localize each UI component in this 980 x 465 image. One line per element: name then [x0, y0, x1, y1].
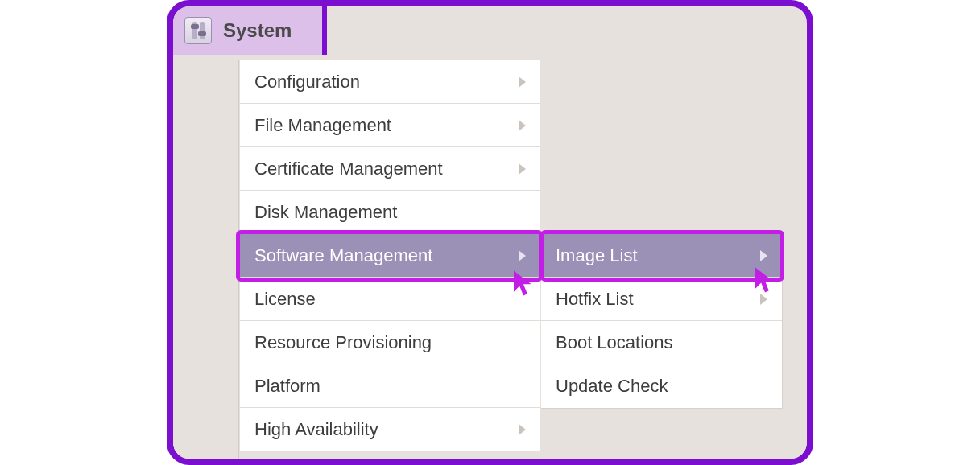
content-zone: Configuration File Management Certificat… — [173, 55, 807, 459]
submenu-item-label: Hotfix List — [556, 289, 634, 310]
submenu-item-image-list[interactable]: Image List — [541, 234, 782, 278]
software-management-submenu: Image List Hotfix List Boot Locations Up… — [541, 233, 783, 409]
menu-item-high-availability[interactable]: High Availability — [240, 408, 540, 451]
system-menu: Configuration File Management Certificat… — [240, 60, 540, 451]
chevron-right-icon — [519, 424, 526, 435]
submenu-item-label: Boot Locations — [556, 332, 673, 353]
system-tab[interactable]: System — [173, 6, 327, 60]
menu-item-label: Configuration — [254, 72, 360, 93]
menu-item-resource-provisioning[interactable]: Resource Provisioning — [240, 321, 540, 364]
menu-item-certificate-management[interactable]: Certificate Management — [240, 147, 540, 191]
sliders-icon — [184, 17, 212, 44]
menu-item-label: Platform — [254, 376, 320, 397]
menu-item-label: License — [254, 289, 316, 310]
chevron-right-icon — [519, 250, 526, 261]
chevron-right-icon — [519, 163, 526, 175]
menu-item-label: Disk Management — [254, 202, 397, 223]
menu-item-label: Resource Provisioning — [254, 332, 432, 353]
submenu-item-hotfix-list[interactable]: Hotfix List — [541, 278, 782, 321]
menu-item-license[interactable]: License — [240, 278, 540, 321]
submenu-item-boot-locations[interactable]: Boot Locations — [541, 321, 782, 364]
menu-item-label: Software Management — [254, 245, 432, 266]
system-tab-label: System — [223, 19, 292, 42]
menu-item-configuration[interactable]: Configuration — [240, 60, 540, 104]
menu-item-label: Certificate Management — [254, 158, 443, 179]
left-gutter — [173, 60, 239, 459]
screenshot-frame: System Configuration File Management Cer… — [167, 0, 813, 465]
menu-item-software-management[interactable]: Software Management — [240, 234, 540, 278]
menu-item-file-management[interactable]: File Management — [240, 104, 540, 147]
chevron-right-icon — [760, 294, 767, 305]
chevron-right-icon — [519, 120, 526, 131]
chevron-right-icon — [760, 250, 767, 261]
chevron-right-icon — [519, 76, 526, 88]
submenu-item-update-check[interactable]: Update Check — [541, 364, 782, 408]
menu-item-platform[interactable]: Platform — [240, 364, 540, 408]
menu-item-label: File Management — [254, 115, 391, 136]
menu-item-disk-management[interactable]: Disk Management — [240, 191, 540, 234]
submenu-item-label: Image List — [556, 245, 638, 266]
submenu-item-label: Update Check — [556, 376, 668, 397]
menu-item-label: High Availability — [254, 419, 378, 440]
